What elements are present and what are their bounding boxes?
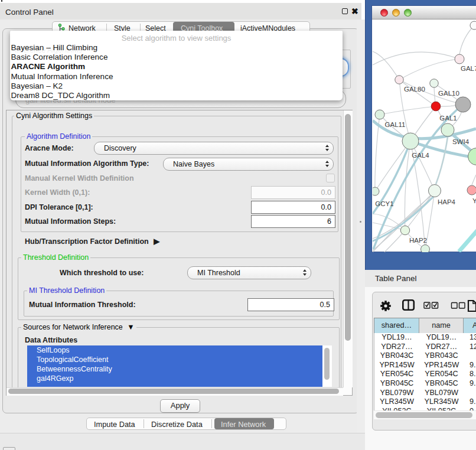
svg-text:YEL: YEL xyxy=(472,197,476,204)
svg-text:GCY1: GCY1 xyxy=(375,200,393,207)
svg-text:HAP2: HAP2 xyxy=(409,237,427,244)
svg-text:GAL80: GAL80 xyxy=(404,86,425,93)
svg-text:HAP4: HAP4 xyxy=(438,198,456,206)
svg-text:GAL11: GAL11 xyxy=(385,121,406,128)
svg-text:GAL10: GAL10 xyxy=(438,90,459,97)
svg-text:SWI4: SWI4 xyxy=(452,138,470,145)
svg-text:GAL1: GAL1 xyxy=(439,115,457,122)
svg-text:GAL4: GAL4 xyxy=(412,152,429,159)
svg-text:GAL7: GAL7 xyxy=(461,65,476,72)
